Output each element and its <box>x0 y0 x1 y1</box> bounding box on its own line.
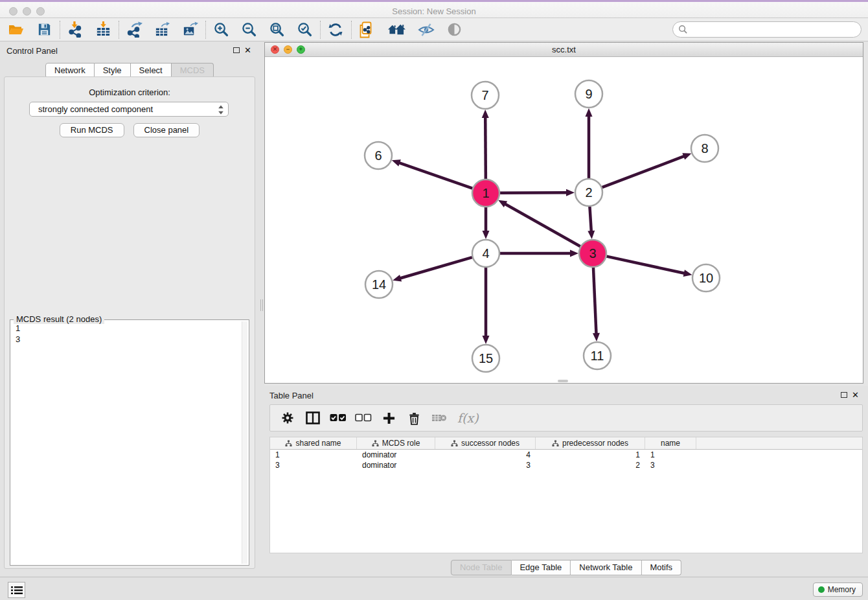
search-field[interactable] <box>672 21 862 38</box>
main-toolbar <box>0 18 868 41</box>
graph-edge[interactable] <box>606 257 685 273</box>
graph-edge-arrowhead <box>588 231 595 239</box>
column-header-successor-nodes[interactable]: successor nodes <box>435 437 536 449</box>
graph-edge[interactable] <box>500 192 567 193</box>
graph-edge[interactable] <box>398 163 472 189</box>
cell-mcds-role[interactable]: dominator <box>357 461 435 470</box>
result-scrollbar[interactable] <box>242 321 247 564</box>
search-input[interactable] <box>688 23 861 36</box>
cell-shared-name[interactable]: 1 <box>270 450 357 459</box>
cell-name[interactable]: 3 <box>645 461 696 470</box>
tab-node-table[interactable]: Node Table <box>451 560 512 575</box>
show-columns-button[interactable] <box>303 409 323 427</box>
zoom-out-button[interactable] <box>240 21 257 38</box>
cell-name[interactable]: 1 <box>645 450 696 459</box>
graph-edge[interactable] <box>589 207 591 232</box>
search-icon <box>678 25 688 34</box>
float-panel-icon[interactable] <box>233 47 240 53</box>
save-session-button[interactable] <box>36 21 52 38</box>
memory-button[interactable]: Memory <box>813 583 863 597</box>
graph-edge[interactable] <box>505 203 580 246</box>
table-settings-button[interactable] <box>278 409 297 427</box>
close-panel-icon[interactable]: ✕ <box>244 45 251 55</box>
close-panel-button[interactable]: Close panel <box>133 123 200 137</box>
add-column-button[interactable] <box>379 409 398 427</box>
network-window-titlebar[interactable]: ✕ − + scc.txt <box>265 43 863 57</box>
task-history-button[interactable] <box>8 582 25 598</box>
graph-edge-arrowhead <box>392 159 401 166</box>
refresh-button[interactable] <box>327 21 344 38</box>
zoom-in-button[interactable] <box>212 21 229 38</box>
control-panel-title: Control Panel <box>6 46 58 56</box>
memory-status-icon <box>818 586 825 593</box>
table-row[interactable]: 3 dominator 3 2 3 <box>270 460 862 470</box>
graph-edge[interactable] <box>485 117 486 179</box>
function-builder-button[interactable]: f(x) <box>457 411 479 425</box>
graph-node-label: 4 <box>482 246 489 260</box>
checked-boxes-icon <box>330 413 347 422</box>
tree-icon <box>552 440 559 447</box>
select-all-button[interactable] <box>328 409 348 427</box>
tree-icon <box>285 440 292 447</box>
import-network-button[interactable] <box>67 21 84 38</box>
export-table-button[interactable] <box>154 21 170 38</box>
network-window: ✕ − + scc.txt 7968124314101511 <box>264 42 863 384</box>
network-canvas[interactable]: 7968124314101511 <box>265 57 863 383</box>
column-header-mcds-role[interactable]: MCDS role <box>357 437 435 449</box>
delete-table-button[interactable] <box>429 409 449 427</box>
delete-column-button[interactable] <box>404 409 424 427</box>
cell-successor-nodes[interactable]: 3 <box>435 461 536 470</box>
export-image-button[interactable] <box>181 21 198 38</box>
panel-splitter[interactable] <box>259 41 264 577</box>
float-table-panel-icon[interactable] <box>841 392 847 398</box>
mcds-result-box: MCDS result (2 nodes) 1 3 <box>10 319 249 566</box>
cell-successor-nodes[interactable]: 4 <box>435 450 536 459</box>
new-network-button[interactable] <box>358 21 375 38</box>
deselect-all-button[interactable] <box>354 409 373 427</box>
toggle-contrast-button[interactable] <box>446 21 463 38</box>
close-table-panel-icon[interactable]: ✕ <box>852 390 859 400</box>
open-file-button[interactable] <box>8 21 25 38</box>
zoom-selected-icon <box>297 21 313 38</box>
cell-predecessor-nodes[interactable]: 2 <box>536 461 645 470</box>
tab-motifs[interactable]: Motifs <box>641 560 681 575</box>
import-network-icon <box>67 21 84 38</box>
hide-selected-button[interactable] <box>418 21 435 38</box>
column-header-shared-name[interactable]: shared name <box>270 437 357 449</box>
criterion-dropdown[interactable]: strongly connected component <box>29 102 229 117</box>
export-network-button[interactable] <box>126 21 143 38</box>
toolbar-separator <box>320 21 321 39</box>
import-table-button[interactable] <box>95 21 111 38</box>
home-layout-button[interactable] <box>386 21 407 38</box>
criterion-value: strongly connected component <box>38 104 153 114</box>
control-panel-header: Control Panel ✕ <box>0 41 259 60</box>
column-header-predecessor-nodes[interactable]: predecessor nodes <box>536 437 645 449</box>
table-panel: Table Panel ✕ f(x) shared <box>264 386 868 577</box>
graph-edge[interactable] <box>593 268 597 334</box>
table-tabs: Node Table Edge Table Network Table Moti… <box>451 560 681 575</box>
table-row[interactable]: 1 dominator 4 1 1 <box>270 450 862 460</box>
graph-edge[interactable] <box>602 156 685 187</box>
node-table-header-row: shared name MCDS role successor nodes pr… <box>270 437 862 450</box>
zoom-selected-button[interactable] <box>296 21 313 38</box>
cell-predecessor-nodes[interactable]: 1 <box>536 450 645 459</box>
task-list-icon <box>11 586 23 595</box>
graph-edge-arrowhead <box>586 108 593 117</box>
columns-icon <box>306 411 320 424</box>
control-panel: Control Panel ✕ Network Style Select MCD… <box>0 41 259 577</box>
eye-slash-icon <box>418 21 435 38</box>
zoom-fit-button[interactable] <box>268 21 285 38</box>
tab-edge-table[interactable]: Edge Table <box>511 560 571 575</box>
column-header-name[interactable]: name <box>645 437 696 449</box>
canvas-resize-handle[interactable] <box>558 380 568 382</box>
export-image-icon <box>182 21 198 38</box>
graph-edge[interactable] <box>400 257 472 279</box>
cell-shared-name[interactable]: 3 <box>270 461 357 470</box>
run-mcds-button[interactable]: Run MCDS <box>60 123 124 137</box>
graph-node-label: 9 <box>585 87 592 101</box>
network-window-title: scc.txt <box>265 45 863 54</box>
cell-mcds-role[interactable]: dominator <box>357 450 435 459</box>
graph-node-label: 1 <box>482 186 489 200</box>
tab-network-table[interactable]: Network Table <box>571 560 641 575</box>
export-table-icon <box>154 21 170 38</box>
